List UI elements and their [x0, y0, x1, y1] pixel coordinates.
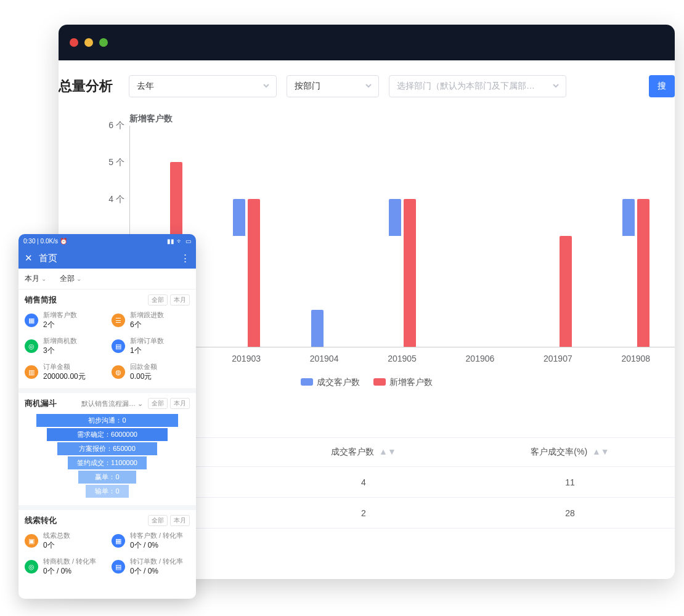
stat-icon: ◎ — [25, 560, 38, 573]
x-tick: 201907 — [544, 354, 572, 363]
funnel-section: 商机漏斗 默认销售流程漏… ⌄ 全部 本月 初步沟通：0需求确定：6000000… — [18, 393, 196, 505]
stat-item[interactable]: ▦新增客户数2个 — [25, 310, 103, 330]
chip-all[interactable]: 全部 — [148, 398, 168, 409]
lead-convert-section: 线索转化 全部 本月 ▣线索总数0个▦转客户数 / 转化率0个 / 0%◎转商机… — [18, 510, 196, 583]
wifi-icon: ᯤ — [177, 238, 183, 245]
th-label: 成交客户数 — [331, 447, 374, 456]
legend-label: 新增客户数 — [389, 377, 433, 387]
stat-icon: ▤ — [112, 560, 125, 573]
legend-item-deal: 成交客户数 — [301, 377, 360, 388]
td-deal: 4 — [262, 477, 465, 487]
chip-all[interactable]: 全部 — [148, 294, 168, 306]
stat-value: 1个 — [130, 346, 164, 356]
stat-item[interactable]: ▦转客户数 / 转化率0个 / 0% — [112, 531, 190, 551]
stat-value: 0.00元 — [130, 371, 157, 382]
stat-value: 6个 — [130, 320, 164, 330]
status-time: 0:30 | 0.0K/s ⏰ — [23, 238, 67, 245]
signal-icon: ▮▮ — [167, 238, 174, 245]
stat-value: 2个 — [43, 320, 77, 330]
stat-icon: ▦ — [25, 314, 38, 327]
sort-icon[interactable]: ▲▼ — [592, 450, 609, 453]
bar — [560, 236, 572, 347]
close-icon[interactable]: ✕ — [25, 253, 33, 264]
stat-item[interactable]: ▤新增订单数1个 — [112, 336, 190, 356]
legend-swatch-red — [373, 378, 386, 386]
toolbar: 总量分析 去年 按部门 选择部门（默认为本部门及下属部… 搜 — [59, 60, 675, 97]
bar-group — [622, 199, 649, 347]
funnel-selector[interactable]: 默认销售流程漏… ⌄ — [81, 399, 143, 408]
sales-brief-section: 销售简报 全部 本月 ▦新增客户数2个☰新增跟进数6个◎新增商机数3个▤新增订单… — [18, 290, 196, 388]
appbar-title: 首页 — [39, 253, 57, 264]
stat-item[interactable]: ▥订单金额200000.00元 — [25, 362, 103, 382]
funnel-stage: 输单：0 — [86, 485, 129, 498]
chip-month[interactable]: 本月 — [170, 294, 190, 306]
funnel-stage: 需求确定：6000000 — [47, 428, 168, 441]
chevron-down-icon — [552, 81, 560, 91]
sort-icon[interactable]: ▲▼ — [379, 450, 396, 453]
legend-item-new: 新增客户数 — [373, 377, 433, 388]
time-range-select[interactable]: 去年 — [129, 75, 277, 97]
chevron-down-icon — [263, 81, 270, 91]
bar — [389, 199, 401, 236]
more-icon[interactable]: ⋮ — [181, 253, 190, 264]
stat-value: 0个 / 0% — [130, 540, 183, 551]
window-minimize-icon[interactable] — [84, 38, 93, 47]
stat-item[interactable]: ▤转订单数 / 转化率0个 / 0% — [112, 557, 190, 577]
search-button[interactable]: 搜 — [649, 75, 675, 97]
funnel-stage: 赢单：0 — [78, 471, 136, 484]
bar-group — [389, 199, 416, 347]
stat-value: 0个 / 0% — [130, 566, 183, 577]
td-rate: 28 — [465, 508, 675, 518]
stat-item[interactable]: ◍回款金额0.00元 — [112, 362, 190, 382]
window-maximize-icon[interactable] — [99, 38, 108, 47]
stat-icon: ☰ — [112, 314, 125, 327]
bar — [637, 199, 649, 347]
stat-item[interactable]: ◎转商机数 / 转化率0个 / 0% — [25, 557, 103, 577]
th-deal-customers[interactable]: 成交客户数 ▲▼ — [262, 447, 465, 458]
stat-label: 转商机数 / 转化率 — [43, 557, 96, 566]
x-tick: 201904 — [310, 354, 339, 363]
stat-item[interactable]: ◎新增商机数3个 — [25, 336, 103, 356]
chip-month[interactable]: 本月 — [170, 398, 190, 409]
stat-item[interactable]: ▣线索总数0个 — [25, 531, 103, 551]
x-tick: 201903 — [232, 354, 261, 363]
stat-value: 200000.00元 — [43, 371, 86, 382]
funnel-stage: 初步沟通：0 — [36, 414, 178, 427]
section-title: 线索转化 — [25, 515, 57, 526]
chip-month[interactable]: 本月 — [170, 515, 190, 526]
x-tick: 201906 — [466, 354, 495, 363]
group-by-value: 按部门 — [295, 81, 320, 92]
stat-value: 0个 — [43, 540, 70, 551]
stat-label: 转订单数 / 转化率 — [130, 557, 183, 566]
page-title: 总量分析 — [59, 77, 113, 95]
y-tick: 5 个 — [108, 157, 124, 168]
mobile-statusbar: 0:30 | 0.0K/s ⏰ ▮▮ ᯤ ▭ — [18, 234, 196, 248]
section-title: 销售简报 — [25, 294, 57, 306]
td-deal: 2 — [262, 508, 465, 518]
bar — [622, 199, 635, 236]
filter-month[interactable]: 本月 — [25, 274, 46, 284]
bar-group — [311, 310, 338, 347]
department-select[interactable]: 选择部门（默认为本部门及下属部… — [389, 75, 566, 97]
y-tick: 6 个 — [108, 120, 124, 131]
filter-all[interactable]: 全部 — [60, 274, 81, 284]
stat-label: 订单金额 — [43, 362, 86, 371]
battery-icon: ▭ — [185, 238, 191, 245]
window-close-icon[interactable] — [70, 38, 78, 47]
stat-item[interactable]: ☰新增跟进数6个 — [112, 310, 190, 330]
group-by-select[interactable]: 按部门 — [287, 75, 379, 97]
y-tick: 4 个 — [108, 194, 124, 205]
x-axis: 2019022019032019042019052019062019072019… — [129, 351, 675, 366]
stat-icon: ▦ — [112, 534, 125, 548]
th-deal-rate[interactable]: 客户成交率(%) ▲▼ — [465, 447, 675, 458]
td-rate: 11 — [465, 477, 675, 487]
stat-icon: ◍ — [112, 365, 125, 379]
stat-icon: ▤ — [112, 339, 125, 353]
chip-all[interactable]: 全部 — [148, 515, 168, 526]
x-tick: 201905 — [388, 354, 417, 363]
stat-value: 0个 / 0% — [43, 566, 96, 577]
bar-group — [233, 199, 260, 347]
department-placeholder: 选择部门（默认为本部门及下属部… — [397, 81, 535, 92]
bar — [404, 199, 416, 347]
chevron-down-icon — [365, 81, 372, 91]
